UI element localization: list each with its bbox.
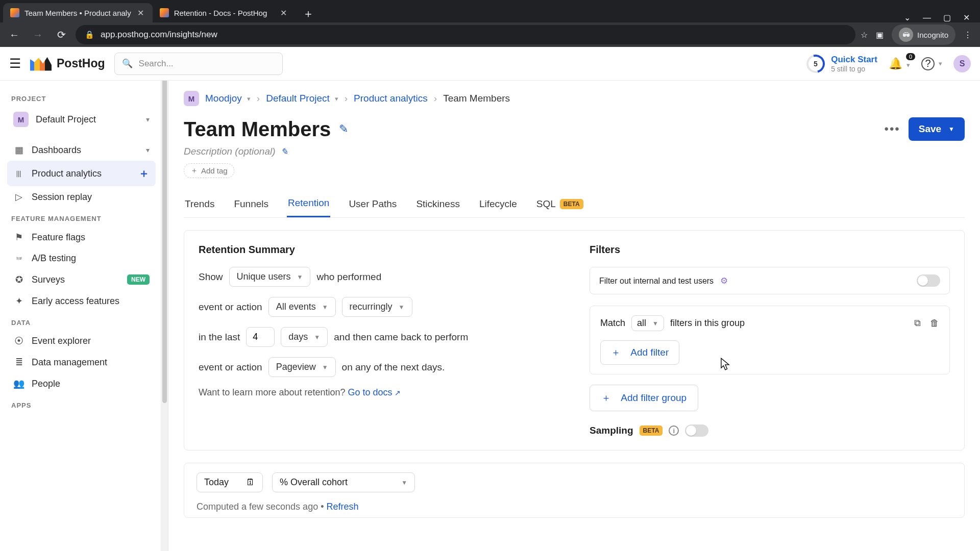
logo-mark-icon	[30, 57, 52, 71]
back-icon[interactable]: ←	[5, 26, 23, 44]
retention-heading: Retention Summary	[199, 244, 559, 256]
logo[interactable]: PostHog	[30, 57, 105, 71]
quick-start[interactable]: 5 Quick Start 5 still to go	[806, 55, 877, 73]
favicon-icon	[160, 8, 169, 17]
sidebar-item-product-analytics[interactable]: ⫼ Product analytics ＋	[7, 161, 156, 186]
tab-stickiness[interactable]: Stickiness	[415, 192, 461, 217]
sidebar-item-session-replay[interactable]: ▷ Session replay	[7, 186, 156, 208]
flag-icon: ⚑	[13, 232, 24, 243]
tab-funnels[interactable]: Funnels	[233, 192, 270, 217]
show-dropdown[interactable]: Unique users▼	[229, 267, 311, 287]
scrollbar-thumb[interactable]	[162, 50, 167, 403]
more-menu-icon[interactable]: •••	[885, 122, 900, 136]
browser-chrome: Team Members • Product analy ✕ Retention…	[0, 0, 980, 47]
go-to-docs-link[interactable]: Go to docs↗	[348, 387, 401, 397]
sidebar-item-event-explorer[interactable]: ⦿ Event explorer	[7, 331, 156, 352]
bookmark-icon[interactable]: ☆	[861, 30, 868, 40]
copy-group-icon[interactable]: ⧉	[914, 318, 921, 329]
chevron-down-icon[interactable]: ▾	[247, 95, 251, 103]
url-field[interactable]: 🔒 app.posthog.com/insights/new	[76, 25, 855, 44]
tab-sql[interactable]: SQLBETA	[535, 192, 584, 217]
event2-dropdown[interactable]: Pageview▼	[268, 357, 336, 377]
sparkle-icon: ✦	[13, 295, 24, 307]
delete-group-icon[interactable]: 🗑	[930, 318, 939, 329]
chevron-down-icon: ▾	[146, 115, 150, 123]
refresh-link[interactable]: Refresh	[326, 502, 358, 512]
sidebar-item-surveys[interactable]: ✪ Surveys NEW	[7, 269, 156, 290]
cohort-mode-dropdown[interactable]: % Overall cohort▼	[272, 472, 415, 492]
sidebar-item-people[interactable]: 👥 People	[7, 373, 156, 394]
flask-icon: ⎃	[13, 253, 24, 264]
extensions-icon[interactable]: ▣	[876, 30, 884, 40]
browser-menu-icon[interactable]: ⋮	[964, 30, 972, 40]
dashboard-icon: ▦	[13, 144, 24, 156]
edit-description-icon[interactable]: ✎	[281, 146, 288, 157]
tab-title: Team Members • Product analy	[24, 9, 131, 17]
favicon-icon	[10, 8, 19, 17]
new-badge: NEW	[127, 274, 150, 285]
help-icon[interactable]: ?	[921, 57, 935, 70]
add-filter-group-button[interactable]: ＋ Add filter group	[590, 385, 698, 411]
plus-icon[interactable]: ＋	[138, 166, 150, 181]
internal-users-toggle[interactable]	[917, 274, 940, 287]
breadcrumb-section[interactable]: Product analytics	[354, 93, 428, 104]
sidebar-item-early-access[interactable]: ✦ Early access features	[7, 290, 156, 312]
config-panel: Retention Summary Show Unique users▼ who…	[184, 230, 965, 450]
project-chip: M	[13, 112, 29, 127]
window-controls: ⌄ — ▢ ✕	[904, 13, 977, 22]
info-icon[interactable]: i	[669, 425, 679, 436]
org-chip[interactable]: M	[184, 91, 199, 106]
sidebar-scrollbar[interactable]	[161, 47, 168, 551]
tab-close-icon[interactable]: ✕	[279, 8, 288, 17]
minimize-icon[interactable]: —	[923, 13, 931, 22]
sidebar-project-selector[interactable]: M Default Project ▾	[7, 107, 156, 132]
tab-lifecycle[interactable]: Lifecycle	[478, 192, 518, 217]
match-dropdown[interactable]: all▼	[631, 315, 664, 331]
breadcrumb-org[interactable]: Moodjoy	[205, 93, 242, 104]
recurrence-dropdown[interactable]: recurringly▼	[342, 297, 412, 317]
search-input[interactable]: 🔍 Search...	[114, 53, 283, 75]
tab-close-icon[interactable]: ✕	[136, 8, 145, 17]
breadcrumb-project[interactable]: Default Project	[266, 93, 330, 104]
user-avatar[interactable]: S	[953, 55, 971, 72]
lock-icon: 🔒	[85, 30, 94, 39]
incognito-indicator[interactable]: 🕶 Incognito	[892, 24, 955, 45]
period-unit-dropdown[interactable]: days▼	[281, 327, 328, 347]
sidebar-item-ab-testing[interactable]: ⎃ A/B testing	[7, 248, 156, 269]
reload-icon[interactable]: ⟳	[52, 26, 70, 44]
tab-trends[interactable]: Trends	[184, 192, 215, 217]
date-range-dropdown[interactable]: Today 🗓	[197, 472, 263, 492]
description-placeholder[interactable]: Description (optional)	[184, 146, 276, 157]
new-tab-button[interactable]: ＋	[300, 5, 317, 22]
notifications-badge: 0	[906, 53, 915, 60]
sidebar-item-feature-flags[interactable]: ⚑ Feature flags	[7, 227, 156, 248]
chevron-down-icon: ▾	[146, 146, 150, 154]
quick-start-subtitle: 5 still to go	[831, 65, 877, 73]
browser-tab[interactable]: Retention - Docs - PostHog ✕	[153, 3, 296, 22]
save-button[interactable]: Save▼	[909, 117, 965, 141]
edit-title-icon[interactable]: ✎	[339, 122, 348, 136]
sidebar-item-dashboards[interactable]: ▦ Dashboards ▾	[7, 139, 156, 161]
sampling-toggle[interactable]	[685, 424, 708, 437]
browser-tab-active[interactable]: Team Members • Product analy ✕	[3, 3, 153, 22]
maximize-icon[interactable]: ▢	[943, 13, 951, 22]
chevron-down-icon[interactable]: ▾	[335, 95, 338, 103]
add-tag-button[interactable]: ＋Add tag	[184, 163, 234, 178]
chevron-down-icon[interactable]: ⌄	[904, 13, 911, 22]
tab-user-paths[interactable]: User Paths	[348, 192, 398, 217]
calendar-icon: 🗓	[246, 477, 255, 488]
notifications-button[interactable]: 🔔 0 ▾	[889, 57, 910, 70]
docs-hint: Want to learn more about retention? Go t…	[199, 387, 559, 398]
event1-dropdown[interactable]: All events▼	[268, 297, 336, 317]
hamburger-icon[interactable]: ☰	[9, 56, 21, 71]
tab-retention[interactable]: Retention	[287, 192, 330, 217]
beta-badge: BETA	[560, 199, 583, 209]
live-icon: ⦿	[13, 336, 24, 346]
sidebar-section-apps: APPS	[11, 402, 152, 409]
gear-icon[interactable]: ⚙	[720, 276, 728, 286]
chevron-down-icon[interactable]: ▾	[939, 60, 942, 67]
period-count-input[interactable]	[246, 327, 275, 347]
add-filter-button[interactable]: ＋ Add filter	[600, 340, 679, 365]
close-window-icon[interactable]: ✕	[963, 13, 970, 22]
sidebar-item-data-management[interactable]: ≣ Data management	[7, 352, 156, 373]
